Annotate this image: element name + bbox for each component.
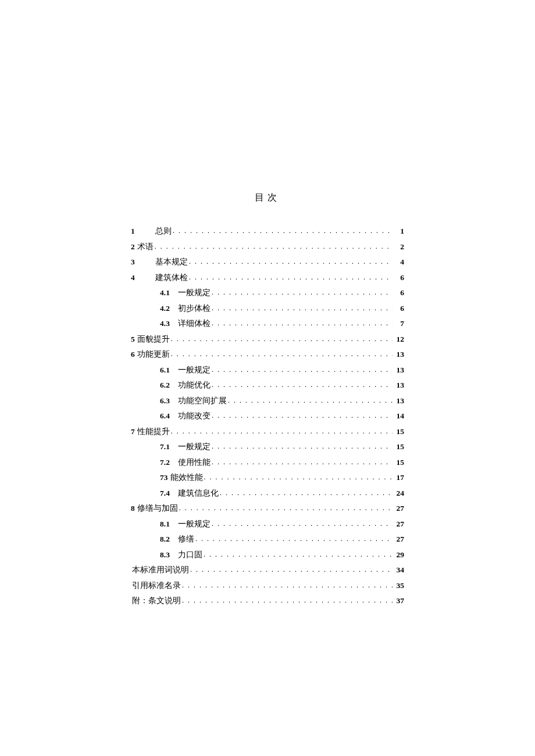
toc-leader-dots [212, 304, 393, 311]
toc-entry: 本标准用词说明34 [131, 566, 404, 574]
toc-leader-dots [171, 350, 393, 357]
toc-number: 4.2 [160, 304, 170, 313]
toc-leader-dots [212, 458, 393, 465]
toc-entry: 73能效性能17 [131, 474, 404, 482]
toc-label: 力口固 [178, 551, 202, 559]
toc-number: 7.4 [160, 489, 170, 497]
toc-number: 4.1 [160, 289, 170, 297]
toc-leader-dots [189, 274, 393, 281]
toc-label: 一般规定 [178, 289, 211, 297]
toc-leader-dots [182, 582, 393, 589]
toc-page-number: 1 [394, 227, 404, 235]
toc-label: 一般规定 [178, 366, 211, 374]
toc-number: 8.1 [160, 520, 170, 528]
toc-leader-dots [179, 504, 393, 511]
toc-page-number: 13 [394, 381, 404, 389]
toc-label: 性能提升 [137, 428, 170, 436]
toc-page-number: 14 [394, 412, 404, 420]
toc-leader-dots [173, 227, 393, 234]
document-page: 目次 1总则12术语23基本规定44建筑体检64.1一般规定64.2初步体检64… [0, 0, 535, 605]
toc-number: 4.3 [160, 320, 170, 328]
toc-entry: 8.3力口固29 [131, 551, 404, 559]
toc-entry: 7.2使用性能15 [131, 458, 404, 467]
toc-leader-dots [212, 289, 393, 296]
toc-number: 8.2 [160, 535, 170, 543]
toc-leader-dots [204, 551, 393, 558]
toc-entry: 7.1一般规定15 [131, 443, 404, 451]
toc-label: 建筑信息化 [178, 489, 219, 497]
toc-title: 目次 [131, 192, 404, 204]
toc-leader-dots [204, 474, 393, 481]
toc-page-number: 17 [394, 474, 404, 482]
toc-page-number: 35 [394, 582, 404, 590]
toc-number: 6.1 [160, 366, 170, 374]
toc-number: 4 [131, 274, 147, 282]
toc-page-number: 6 [394, 289, 404, 297]
toc-label: 本标准用词说明 [132, 566, 189, 574]
toc-leader-dots [212, 366, 393, 373]
toc-label: 一般规定 [178, 520, 211, 528]
toc-label: 功能空间扩展 [178, 397, 227, 405]
toc-entry: 5面貌提升12 [131, 335, 404, 343]
toc-page-number: 2 [394, 243, 404, 251]
toc-label: 详细体检 [178, 320, 211, 328]
toc-label: 功能更新 [137, 350, 170, 359]
toc-number: 6.2 [160, 381, 170, 389]
toc-entry: 8修缮与加固27 [131, 504, 404, 513]
toc-label: 功能改变 [178, 412, 211, 420]
toc-label: 基本规定 [155, 258, 188, 266]
toc-page-number: 12 [394, 335, 404, 343]
toc-label: 术语 [137, 243, 154, 251]
toc-number: 7.1 [160, 443, 170, 451]
toc-number: 6.3 [160, 397, 170, 405]
toc-page-number: 27 [394, 520, 404, 528]
toc-number: 8 [131, 504, 135, 513]
toc-entry: 4.3详细体检7 [131, 320, 404, 328]
toc-entry: 附：条文说明37 [131, 597, 404, 605]
toc-page-number: 27 [394, 504, 404, 513]
toc-entry: 6.1一般规定13 [131, 366, 404, 374]
toc-entry: 6.2功能优化13 [131, 381, 404, 389]
toc-label: 能效性能 [170, 474, 203, 482]
toc-label: 总则 [155, 227, 172, 235]
toc-label: 使用性能 [178, 458, 211, 467]
toc-number: 5 [131, 335, 135, 343]
toc-page-number: 6 [394, 274, 404, 282]
toc-label: 初步体检 [178, 304, 211, 313]
toc-label: 修缮 [178, 535, 194, 543]
toc-page-number: 27 [394, 535, 404, 543]
toc-leader-dots [182, 597, 393, 604]
toc-entry: 6.3功能空间扩展13 [131, 397, 404, 405]
toc-page-number: 37 [394, 597, 404, 605]
toc-entry: 1总则1 [131, 227, 404, 235]
toc-leader-dots [155, 243, 393, 250]
toc-leader-dots [220, 489, 393, 496]
toc-label: 引用标准名录 [132, 582, 181, 590]
toc-label: 面貌提升 [137, 335, 170, 343]
toc-entry: 4.1一般规定6 [131, 289, 404, 297]
toc-leader-dots [195, 535, 393, 542]
toc-leader-dots [171, 335, 393, 342]
toc-leader-dots [189, 258, 393, 265]
toc-leader-dots [212, 412, 393, 419]
toc-page-number: 7 [394, 320, 404, 328]
toc-entry: 4建筑体检6 [131, 274, 404, 282]
toc-leader-dots [171, 428, 393, 435]
table-of-contents: 1总则12术语23基本规定44建筑体检64.1一般规定64.2初步体检64.3详… [131, 227, 404, 605]
toc-page-number: 24 [394, 489, 404, 497]
toc-entry: 7性能提升15 [131, 428, 404, 436]
toc-page-number: 15 [394, 443, 404, 451]
toc-number: 7.2 [160, 458, 170, 467]
toc-leader-dots [212, 381, 393, 388]
toc-entry: 8.1一般规定27 [131, 520, 404, 528]
toc-entry: 7.4建筑信息化24 [131, 489, 404, 497]
toc-label: 修缮与加固 [137, 504, 178, 513]
toc-entry: 2术语2 [131, 243, 404, 251]
toc-page-number: 13 [394, 397, 404, 405]
toc-page-number: 15 [394, 428, 404, 436]
toc-number: 8.3 [160, 551, 170, 559]
toc-page-number: 4 [394, 258, 404, 266]
toc-entry: 4.2初步体检6 [131, 304, 404, 313]
toc-number: 3 [131, 258, 147, 266]
toc-entry: 6功能更新13 [131, 350, 404, 359]
